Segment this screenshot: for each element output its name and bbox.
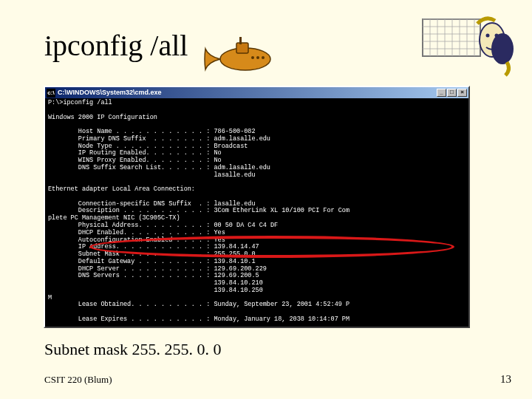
slide-number: 13 (500, 373, 511, 386)
svg-point-10 (495, 34, 499, 38)
svg-rect-1 (236, 43, 248, 53)
close-button[interactable]: × (457, 89, 467, 97)
svg-rect-6 (423, 19, 480, 56)
svg-point-5 (262, 56, 265, 59)
svg-point-4 (256, 56, 259, 59)
submarine-illustration (201, 34, 279, 75)
svg-rect-2 (239, 37, 242, 44)
window-title: C:\WINDOWS\System32\cmd.exe (58, 89, 437, 96)
maximize-button[interactable]: □ (447, 89, 457, 97)
cmd-icon: c:\ (47, 89, 55, 98)
subtitle-text: Subnet mask 255. 255. 0. 0 (44, 340, 222, 359)
window-titlebar: c:\ C:\WINDOWS\System32\cmd.exe _ □ × (45, 87, 468, 98)
goal-masks-illustration (420, 10, 516, 78)
slide-title: ipconfig /all (44, 28, 188, 63)
svg-point-9 (486, 34, 490, 38)
minimize-button[interactable]: _ (437, 89, 446, 97)
svg-point-3 (251, 56, 254, 59)
terminal-output: P:\>ipconfig /all Windows 2000 IP Config… (45, 98, 468, 327)
footer-course: CSIT 220 (Blum) (44, 374, 112, 386)
cmd-window: c:\ C:\WINDOWS\System32\cmd.exe _ □ × P:… (44, 86, 470, 328)
